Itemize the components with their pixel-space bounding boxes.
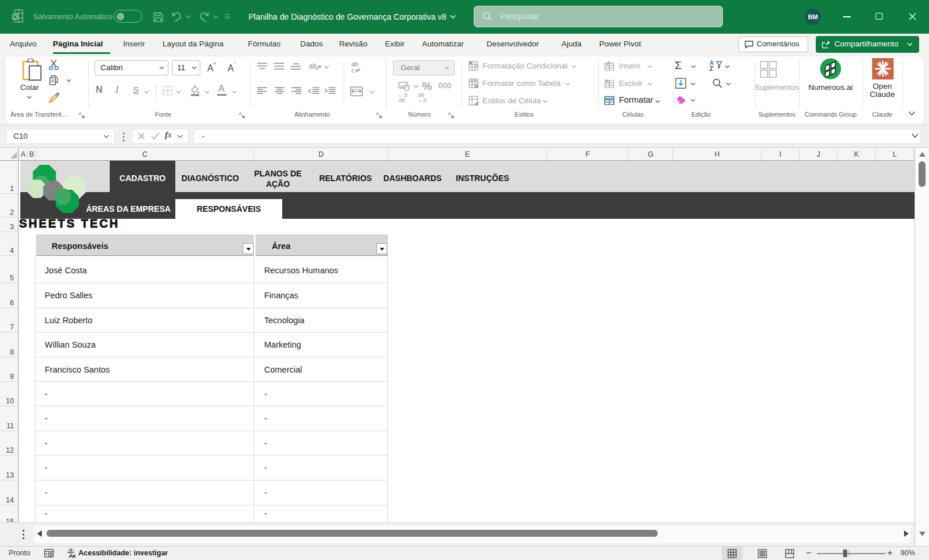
svg-text:Z: Z (710, 66, 713, 71)
svg-text:c: c (351, 67, 355, 74)
svg-text:cc: cc (400, 84, 405, 89)
svg-text:ab: ab (309, 62, 317, 70)
